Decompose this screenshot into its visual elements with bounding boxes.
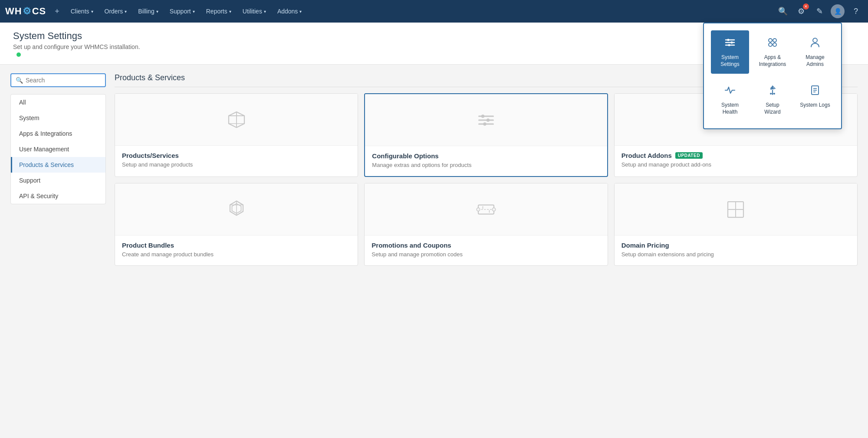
coupon-icon [476,199,496,220]
sidebar-nav: All System Apps & Integrations User Mana… [10,94,106,204]
card-title: Product Bundles [122,242,351,249]
updated-badge: UPDATED [675,152,703,159]
nav-billing[interactable]: Billing ▾ [133,5,163,17]
card-domain-pricing[interactable]: Domain Pricing Setup domain extensions a… [614,183,858,266]
card-icon-area [115,94,358,146]
svg-point-22 [492,208,496,211]
sidebar-item-api-security[interactable]: API & Security [11,188,105,204]
card-configurable-options[interactable]: Configurable Options Manage extras and o… [364,93,608,177]
svg-point-8 [487,118,490,122]
caret-icon: ▾ [229,9,231,14]
caret-icon: ▾ [299,9,302,14]
card-product-bundles[interactable]: Product Bundles Create and manage produc… [115,183,358,266]
main-nav-menu: Clients ▾ Orders ▾ Billing ▾ Support ▾ R… [66,5,776,17]
card-body: Domain Pricing Setup domain extensions a… [615,235,857,265]
dropdown-item-label: Setup Wizard [757,102,788,115]
dropdown-item-system-settings[interactable]: System Settings [711,30,749,74]
card-title: Products/Services [122,152,351,159]
nav-support[interactable]: Support ▾ [164,5,200,17]
nav-clients[interactable]: Clients ▾ [66,5,99,17]
dropdown-item-label: Manage Admins [799,54,831,68]
card-title: Configurable Options [372,152,600,160]
card-body: Products/Services Setup and manage produ… [115,146,358,176]
grid-icon [725,199,746,220]
setup-wizard-icon [766,84,779,99]
caret-icon: ▾ [125,9,127,14]
dropdown-item-setup-wizard[interactable]: Setup Wizard [753,78,792,121]
nav-reports[interactable]: Reports ▾ [201,5,237,17]
svg-point-34 [769,39,772,42]
top-navigation: WH⚙CS + Clients ▾ Orders ▾ Billing ▾ Sup… [0,0,868,23]
search-icon[interactable]: 🔍 [776,4,790,18]
card-icon-area [365,94,607,146]
card-body: Product Bundles Create and manage produc… [115,235,358,265]
add-button[interactable]: + [55,7,59,16]
nav-utilities[interactable]: Utilities ▾ [237,5,271,17]
gear-button[interactable]: ⚙ ✕ [794,4,808,18]
card-description: Setup and manage product add-ons [621,161,850,168]
search-input[interactable] [26,77,102,84]
logo[interactable]: WH⚙CS [5,6,46,17]
card-icon-area [115,183,358,235]
dropdown-item-label: System Settings [714,54,746,68]
caret-icon: ▾ [156,9,158,14]
svg-point-7 [481,114,485,118]
card-body: Configurable Options Manage extras and o… [365,146,607,176]
nav-right-actions: 🔍 ⚙ ✕ ✎ 👤 ? [776,4,863,18]
sidebar-item-apps-integrations[interactable]: Apps & Integrations [11,126,105,141]
sliders-icon [476,110,496,131]
card-icon-area [365,183,607,235]
logo-text: WH⚙CS [5,6,46,17]
sidebar: 🔍 All System Apps & Integrations User Ma… [10,73,106,266]
status-indicator [16,52,21,57]
caret-icon: ▾ [193,9,195,14]
search-box[interactable]: 🔍 [10,73,106,87]
sidebar-item-support[interactable]: Support [11,173,105,188]
sidebar-item-all[interactable]: All [11,95,105,110]
dropdown-item-apps-integrations[interactable]: Apps & Integrations [753,30,792,74]
edit-icon[interactable]: ✎ [812,4,826,18]
nav-orders[interactable]: Orders ▾ [99,5,132,17]
system-health-icon [724,84,736,99]
system-settings-icon [724,36,736,52]
svg-point-37 [773,43,776,46]
svg-point-9 [483,122,487,126]
svg-point-35 [773,39,776,42]
svg-point-36 [769,43,772,46]
caret-icon: ▾ [91,9,93,14]
settings-dropdown: System Settings Apps & Integrations [703,23,842,129]
bundles-icon [226,199,247,220]
avatar[interactable]: 👤 [831,4,845,18]
card-description: Create and manage product bundles [122,251,351,258]
card-title: Promotions and Coupons [372,242,600,249]
dropdown-item-label: Apps & Integrations [757,54,788,68]
svg-point-31 [727,39,730,41]
card-products-services[interactable]: Products/Services Setup and manage produ… [115,93,358,177]
dropdown-grid: System Settings Apps & Integrations [711,30,834,121]
dropdown-item-label: System Logs [800,102,830,109]
card-description: Setup and manage promotion codes [372,251,600,258]
svg-point-32 [731,42,733,44]
svg-point-38 [813,38,817,42]
notification-badge: ✕ [803,3,809,10]
apps-integrations-icon [766,36,779,52]
card-promotions-coupons[interactable]: Promotions and Coupons Setup and manage … [364,183,608,266]
box-icon [226,109,247,130]
sidebar-item-products-services[interactable]: Products & Services [11,157,105,173]
card-body: Product Addons UPDATED Setup and manage … [615,146,857,176]
dropdown-item-system-logs[interactable]: System Logs [796,78,834,121]
help-icon[interactable]: ? [849,4,863,18]
card-title: Domain Pricing [621,242,850,249]
svg-point-21 [477,208,480,211]
dropdown-item-system-health[interactable]: System Health [711,78,749,121]
sidebar-item-user-management[interactable]: User Management [11,141,105,157]
card-icon-area [615,183,857,235]
manage-admins-icon [809,36,821,52]
dropdown-item-manage-admins[interactable]: Manage Admins [796,30,834,74]
svg-point-33 [728,44,730,46]
card-description: Setup and manage products [122,161,351,168]
nav-addons[interactable]: Addons ▾ [272,5,307,17]
system-logs-icon [809,84,821,99]
dropdown-item-label: System Health [714,102,746,115]
sidebar-item-system[interactable]: System [11,110,105,126]
